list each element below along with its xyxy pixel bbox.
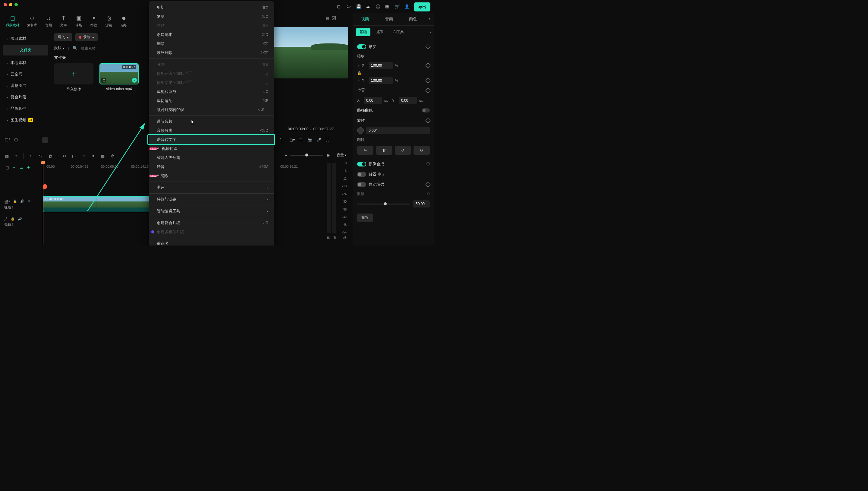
import-media-tile[interactable]: + 导入媒体	[54, 63, 93, 92]
subtab-ai[interactable]: AI工具	[390, 28, 407, 36]
lock-icon[interactable]: 🔒	[357, 71, 362, 75]
delete-button[interactable]: 🗑	[47, 153, 53, 158]
keyframe-button[interactable]	[426, 162, 431, 167]
save-icon[interactable]: 💾	[356, 4, 362, 10]
cloud-icon[interactable]: ☁	[366, 4, 371, 10]
context-menu-item[interactable]: 裁剪和缩放⌥C	[149, 87, 274, 96]
rotate-input[interactable]	[366, 127, 430, 134]
keyframe-button[interactable]	[426, 63, 431, 68]
sidebar-item-folder[interactable]: 文件夹	[3, 45, 48, 56]
inspector-tab-video[interactable]: 视频	[353, 13, 377, 25]
media-clip-item[interactable]: 00:00:27 ▢ ✓ video-miao.mp4	[99, 63, 138, 92]
context-menu-item[interactable]: 调节音频	[149, 117, 274, 126]
pos-x-input[interactable]	[364, 97, 382, 104]
tab-sticker[interactable]: ☻贴纸	[120, 15, 127, 27]
tab-audio[interactable]: ♫音频	[45, 15, 52, 27]
import-button[interactable]: 导入▾	[54, 33, 72, 41]
context-menu-item[interactable]: 复制⌘C	[149, 12, 274, 21]
mute-icon[interactable]: 🔊	[20, 199, 24, 204]
cut-tool-icon[interactable]: ✂	[61, 153, 67, 158]
user-icon[interactable]: 👤	[404, 4, 410, 10]
keyframe-button[interactable]	[426, 118, 431, 123]
sort-dropdown[interactable]: 默认▾	[54, 46, 64, 51]
keyframe-button[interactable]	[426, 88, 431, 93]
context-menu-item[interactable]: 音频分离^⌘D	[149, 126, 274, 135]
context-menu-item[interactable]: 波纹删除⇧⌫	[149, 48, 274, 57]
flip-v-button[interactable]: ⇵	[376, 146, 392, 155]
grid-view-icon[interactable]: ▦	[326, 16, 329, 20]
image-view-icon[interactable]: 🖼	[332, 16, 336, 20]
sidebar-collapse-button[interactable]: ‹	[42, 137, 48, 143]
sidebar-item-cloud[interactable]: ▸云空间	[3, 69, 48, 80]
mute-icon[interactable]: 🔊	[18, 217, 22, 221]
context-menu-item[interactable]: 静音⇧⌘M	[149, 162, 274, 171]
monitor-icon[interactable]: 🖵	[299, 138, 303, 142]
context-menu-item[interactable]: 顺时针旋转90度⌥⌘→	[149, 105, 274, 114]
sidebar-item-compound[interactable]: ▸复合片段	[3, 92, 48, 103]
cart-icon[interactable]: 🛒	[395, 4, 400, 10]
preview-viewport[interactable]	[274, 27, 348, 79]
context-menu-item[interactable]: 语音转文字	[149, 135, 274, 144]
crop-tool-icon[interactable]: ▢	[71, 153, 76, 158]
context-menu-item[interactable]: NEWAI 视频翻译	[149, 144, 274, 153]
context-menu-item[interactable]: 删除⌫	[149, 39, 274, 48]
context-menu-item[interactable]: 智能编辑工具▸	[149, 207, 274, 215]
inspector-tab-more[interactable]: ›	[425, 13, 434, 25]
transform-toggle[interactable]	[357, 44, 366, 49]
select-tool-icon[interactable]: ↖	[14, 153, 19, 158]
link-tool-icon[interactable]: ⚭	[90, 153, 96, 158]
tab-text[interactable]: T文字	[60, 15, 67, 27]
maximize-window-button[interactable]	[14, 3, 18, 6]
timeline-clip[interactable]: ▢ video-miao	[43, 196, 150, 212]
rotation-dial[interactable]	[357, 127, 364, 134]
context-menu-item[interactable]: 剪切⌘X	[149, 3, 274, 12]
tab-stock[interactable]: ☺素材库	[27, 15, 37, 27]
context-menu-item[interactable]: 创建副本⌘D	[149, 30, 274, 39]
sidebar-item-brand[interactable]: ▸品牌套件	[3, 103, 48, 114]
context-menu-item[interactable]: 裁切适配⌘F	[149, 96, 274, 105]
layout-icon[interactable]: ▦	[4, 153, 10, 158]
context-menu-item[interactable]: 重命名	[149, 239, 274, 246]
speed-tool-icon[interactable]: ⏱	[110, 153, 115, 158]
headset-icon[interactable]: 🎧	[375, 4, 381, 10]
lock-icon[interactable]: 🔒	[13, 199, 17, 204]
zoom-slider[interactable]	[290, 155, 323, 155]
context-menu-item[interactable]: 创建复合片段⌥G	[149, 219, 274, 227]
volume-label[interactable]: 音量 ▴	[337, 153, 347, 158]
zoom-out-button[interactable]: −	[284, 153, 287, 158]
tab-transition[interactable]: ▣转场	[75, 15, 82, 27]
keyframe-button[interactable]	[426, 182, 431, 187]
close-window-button[interactable]	[4, 3, 7, 6]
new-folder-icon[interactable]: ▢⁺	[5, 137, 10, 142]
tab-filter[interactable]: ◎滤镜	[105, 15, 113, 27]
clip-thumbnail[interactable]: 00:00:27 ▢ ✓	[99, 63, 138, 84]
reset-button[interactable]: 重置	[357, 213, 373, 222]
mode-icon-3[interactable]: ▭	[20, 165, 23, 170]
auto-enhance-toggle[interactable]	[357, 182, 366, 187]
inspector-tab-audio[interactable]: 音频	[377, 13, 401, 25]
export-button[interactable]: 导出	[414, 2, 430, 11]
context-menu-item[interactable]: 特效与滤镜▸	[149, 195, 274, 204]
context-menu-item[interactable]: 变速▸	[149, 183, 274, 192]
mic-off-icon[interactable]: 🎤̸	[316, 138, 321, 142]
display-icon[interactable]: 🖵	[347, 4, 352, 10]
context-menu-item[interactable]: NEWAI消除	[149, 171, 274, 180]
music-tool-icon[interactable]: ♫	[81, 153, 86, 158]
text-tool-icon[interactable]: T	[119, 153, 125, 158]
scale-y-input[interactable]	[369, 77, 393, 84]
camera-icon[interactable]: 📷	[307, 138, 312, 142]
rotate-cw-button[interactable]: ↻	[413, 146, 430, 155]
aspect-icon[interactable]: ▢▾	[289, 138, 294, 142]
playhead[interactable]	[43, 162, 43, 244]
redo-button[interactable]: ↷	[38, 153, 43, 158]
sidebar-item-project-media[interactable]: ▸项目素材	[3, 33, 48, 44]
search-input[interactable]	[81, 46, 148, 50]
minimize-window-button[interactable]	[9, 3, 12, 6]
mosaic-tool-icon[interactable]: ▦	[100, 153, 105, 158]
sidebar-item-adjustment[interactable]: ▸调整图层	[3, 80, 48, 91]
mode-icon-1[interactable]: ▢	[5, 165, 9, 170]
inspector-tab-color[interactable]: 颜色	[401, 13, 425, 25]
sidebar-item-img2vid[interactable]: ▸图生视频AI	[3, 115, 48, 125]
sidebar-item-local[interactable]: ▸本地素材	[3, 57, 48, 68]
pos-y-input[interactable]	[399, 97, 417, 104]
